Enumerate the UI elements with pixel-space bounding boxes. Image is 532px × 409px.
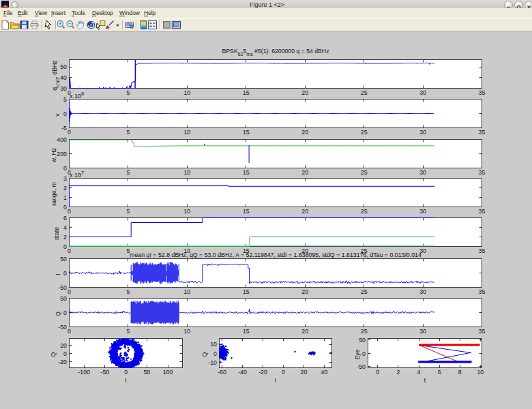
- svg-text:0: 0: [213, 350, 217, 357]
- svg-text:5: 5: [126, 288, 130, 295]
- svg-text:I: I: [275, 377, 276, 384]
- svg-text:30: 30: [60, 85, 67, 92]
- svg-text:30: 30: [419, 288, 426, 295]
- svg-text:0: 0: [63, 243, 67, 250]
- svg-text:10: 10: [183, 169, 190, 176]
- svg-text:50: 50: [60, 63, 67, 70]
- svg-text:-60: -60: [218, 369, 226, 376]
- svg-text:25: 25: [361, 288, 368, 295]
- svg-text:20: 20: [301, 89, 308, 96]
- svg-text:qc/n0, dBHz: qc/n0, dBHz: [51, 60, 60, 91]
- svg-text:10: 10: [183, 328, 190, 335]
- svg-text:25: 25: [361, 129, 368, 136]
- svg-text:5: 5: [63, 96, 67, 103]
- svg-text:0: 0: [63, 309, 67, 316]
- svg-text:5: 5: [126, 129, 130, 136]
- svg-text:50: 50: [60, 295, 67, 302]
- svg-text:10: 10: [183, 288, 190, 295]
- svg-text:0: 0: [63, 110, 67, 117]
- svg-text:6: 6: [438, 369, 441, 376]
- svg-text:-50: -50: [101, 369, 110, 376]
- svg-text:x 107: x 107: [70, 170, 84, 179]
- svg-text:30: 30: [419, 169, 426, 176]
- svg-text:0: 0: [68, 208, 71, 215]
- svg-text:5: 5: [126, 208, 130, 215]
- svg-text:-50: -50: [58, 284, 67, 291]
- svg-text:20: 20: [301, 169, 308, 176]
- svg-text:v: v: [54, 113, 61, 117]
- svg-text:15: 15: [243, 208, 250, 215]
- svg-text:-10: -10: [208, 359, 217, 366]
- svg-text:40: 40: [60, 74, 67, 81]
- svg-text:-5: -5: [61, 125, 67, 132]
- svg-text:50: 50: [359, 337, 366, 344]
- svg-text:25: 25: [361, 89, 368, 96]
- svg-text:30: 30: [419, 89, 426, 96]
- svg-text:0: 0: [282, 369, 285, 376]
- svg-text:20: 20: [301, 369, 308, 376]
- svg-text:state: state: [53, 227, 60, 240]
- svg-text:Q: Q: [201, 352, 208, 357]
- svg-text:35: 35: [479, 129, 486, 136]
- svg-text:35: 35: [479, 328, 486, 335]
- svg-text:20: 20: [301, 328, 308, 335]
- svg-text:10: 10: [183, 89, 190, 96]
- svg-text:50: 50: [60, 256, 67, 262]
- svg-text:10: 10: [183, 129, 190, 136]
- svg-text:15: 15: [243, 288, 250, 295]
- svg-text:I: I: [125, 377, 126, 384]
- svg-text:6: 6: [63, 215, 67, 222]
- svg-text:30: 30: [419, 328, 426, 335]
- svg-text:0: 0: [68, 288, 71, 295]
- svg-text:2: 2: [63, 234, 67, 241]
- svg-text:-20: -20: [258, 369, 267, 376]
- svg-text:x 106: x 106: [70, 91, 84, 100]
- svg-text:5: 5: [126, 328, 130, 335]
- svg-text:40: 40: [321, 369, 328, 376]
- svg-text:15: 15: [243, 129, 250, 136]
- svg-text:25: 25: [361, 208, 368, 215]
- svg-text:BPSK625ms #5(1): 6200000 q = 5: BPSK625ms #5(1): 6200000 q = 54 dBHz: [222, 48, 329, 57]
- svg-text:20: 20: [301, 208, 308, 215]
- svg-text:10: 10: [183, 208, 190, 215]
- svg-text:4: 4: [417, 369, 421, 376]
- svg-text:200: 200: [57, 151, 67, 157]
- svg-text:35: 35: [479, 208, 486, 215]
- svg-text:35: 35: [479, 89, 486, 96]
- svg-text:0: 0: [376, 369, 379, 376]
- svg-text:35: 35: [479, 288, 486, 295]
- svg-text:20: 20: [301, 129, 308, 136]
- svg-text:35: 35: [479, 169, 486, 176]
- svg-text:Q: Q: [50, 352, 57, 357]
- svg-text:0: 0: [68, 129, 71, 136]
- svg-text:0: 0: [68, 328, 71, 335]
- svg-text:20: 20: [301, 288, 308, 295]
- svg-text:-20: -20: [58, 359, 67, 365]
- svg-text:8: 8: [458, 369, 462, 376]
- svg-text:20: 20: [60, 342, 67, 349]
- svg-text:0: 0: [63, 204, 67, 211]
- svg-text:2: 2: [396, 369, 400, 376]
- svg-text:-50: -50: [357, 363, 366, 370]
- svg-text:-40: -40: [238, 369, 247, 376]
- svg-text:30: 30: [419, 208, 426, 215]
- svg-text:15: 15: [243, 89, 250, 96]
- svg-text:-50: -50: [58, 324, 67, 331]
- svg-text:1: 1: [63, 194, 67, 201]
- svg-text:0: 0: [63, 165, 67, 172]
- svg-text:25: 25: [361, 169, 368, 176]
- svg-text:mean qI = 52.8 dBHz, qQ = 53.0: mean qI = 52.8 dBHz, qQ = 53.0 dBHz, A =…: [130, 252, 422, 258]
- svg-text:30: 30: [419, 129, 426, 136]
- svg-text:0: 0: [68, 247, 71, 254]
- svg-text:4: 4: [63, 224, 67, 231]
- svg-text:0: 0: [362, 350, 366, 357]
- svg-text:100: 100: [163, 369, 173, 376]
- svg-text:3: 3: [63, 175, 67, 182]
- svg-text:10: 10: [477, 369, 484, 376]
- svg-text:0: 0: [124, 369, 128, 376]
- svg-text:t: t: [424, 377, 426, 384]
- svg-text:15: 15: [243, 169, 250, 176]
- svg-text:Eye: Eye: [354, 349, 361, 359]
- svg-text:range, m: range, m: [50, 182, 57, 206]
- svg-text:15: 15: [243, 328, 250, 335]
